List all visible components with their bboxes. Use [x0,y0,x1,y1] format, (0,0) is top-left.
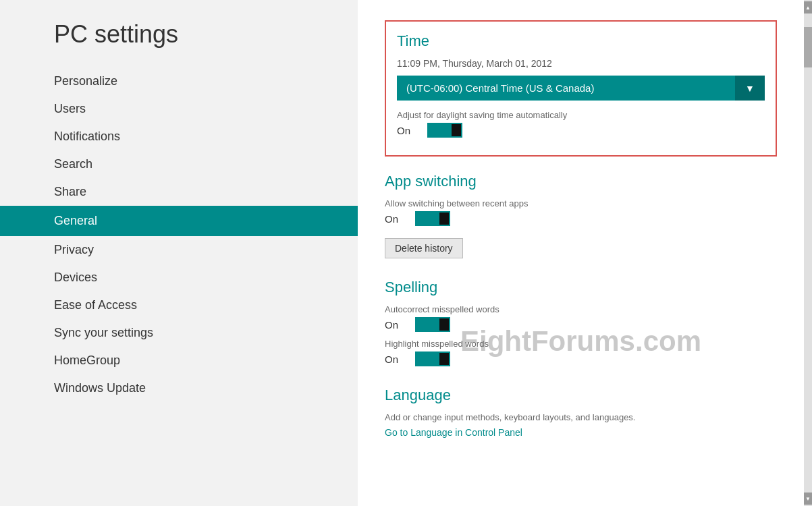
scrollbar-thumb[interactable] [804,27,812,67]
toggle-thumb-4 [439,353,449,365]
main-content: EightForums.com Time 11:09 PM, Thursday,… [358,0,804,506]
language-section: Language Add or change input methods, ke… [385,387,777,439]
delete-history-button[interactable]: Delete history [385,238,463,258]
autocorrect-toggle[interactable] [415,317,450,332]
highlight-label: Highlight misspelled words [385,339,777,349]
app-switching-section: App switching Allow switching between re… [385,173,777,258]
toggle-track-4 [415,352,450,366]
time-display: 11:09 PM, Thursday, March 01, 2012 [397,58,765,69]
app-switching-title: App switching [385,173,777,190]
toggle-track-3 [415,317,450,332]
sidebar-item-share[interactable]: Share [54,178,358,206]
autocorrect-toggle-row: On [385,317,777,332]
allow-switching-toggle[interactable] [415,211,450,226]
daylight-state: On [397,125,414,136]
highlight-toggle[interactable] [415,352,450,366]
allow-switching-label: Allow switching between recent apps [385,198,777,208]
sidebar: PC settings Personalize Users Notificati… [0,0,358,506]
toggle-thumb [452,124,461,136]
language-title: Language [385,387,777,404]
sidebar-item-general[interactable]: General [0,206,358,236]
autocorrect-state: On [385,319,402,331]
sidebar-item-personalize[interactable]: Personalize [54,67,358,95]
sidebar-item-ease-of-access[interactable]: Ease of Access [54,291,358,319]
daylight-toggle-row: On [397,123,765,138]
time-section-title: Time [397,32,765,50]
scrollbar-track [804,13,812,493]
sidebar-item-search[interactable]: Search [54,150,358,178]
sidebar-item-devices[interactable]: Devices [54,264,358,291]
timezone-select[interactable]: (UTC-06:00) Central Time (US & Canada) [397,76,765,101]
toggle-thumb-2 [439,213,449,225]
highlight-state: On [385,354,402,365]
time-section: Time 11:09 PM, Thursday, March 01, 2012 … [385,20,777,157]
daylight-label: Adjust for daylight saving time automati… [397,110,765,120]
spelling-title: Spelling [385,279,777,296]
allow-switching-state: On [385,213,402,225]
timezone-wrapper[interactable]: (UTC-06:00) Central Time (US & Canada) ▼ [397,76,765,101]
spelling-section: Spelling Autocorrect misspelled words On… [385,279,777,366]
scrollbar-up-button[interactable]: ▲ [804,1,812,13]
language-control-panel-link[interactable]: Go to Language in Control Panel [385,427,522,438]
autocorrect-label: Autocorrect misspelled words [385,304,777,314]
scrollbar-down-button[interactable]: ▼ [804,493,812,505]
toggle-thumb-3 [439,318,449,331]
sidebar-item-sync-your-settings[interactable]: Sync your settings [54,319,358,347]
sidebar-item-homegroup[interactable]: HomeGroup [54,347,358,374]
sidebar-item-privacy[interactable]: Privacy [54,236,358,264]
scrollbar: ▲ ▼ [804,0,812,506]
daylight-toggle[interactable] [427,123,462,138]
sidebar-item-users[interactable]: Users [54,95,358,123]
app-title: PC settings [54,20,358,49]
sidebar-nav: Personalize Users Notifications Search S… [54,67,358,402]
toggle-track-2 [415,211,450,226]
sidebar-item-notifications[interactable]: Notifications [54,123,358,150]
allow-switching-toggle-row: On [385,211,777,226]
toggle-track [427,123,462,138]
language-description: Add or change input methods, keyboard la… [385,412,777,422]
sidebar-item-windows-update[interactable]: Windows Update [54,374,358,402]
highlight-toggle-row: On [385,352,777,366]
